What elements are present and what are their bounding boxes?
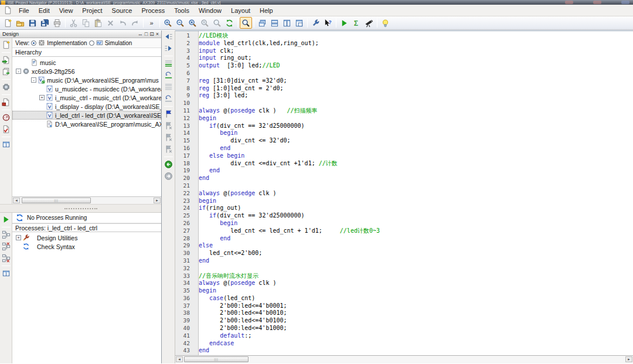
menu-layout[interactable]: Layout — [226, 6, 255, 15]
table-view-button[interactable] — [1, 140, 12, 149]
proc-tree3-button[interactable] — [1, 253, 12, 263]
menu-help[interactable]: Help — [255, 6, 278, 15]
copy-button[interactable] — [80, 17, 92, 29]
new-source-button[interactable] — [1, 40, 12, 50]
undo-button[interactable] — [117, 17, 129, 29]
zoom-out-button[interactable] — [174, 17, 186, 29]
select-tool-button[interactable] — [240, 17, 252, 29]
tree-item[interactable]: Check Syntax — [12, 242, 161, 251]
cut-button[interactable] — [67, 17, 80, 29]
redo-button[interactable] — [129, 17, 141, 29]
undo-lines-gray-button[interactable] — [163, 94, 174, 104]
maximize-panel-button[interactable]: □ — [145, 32, 148, 37]
telescope-button[interactable] — [363, 17, 375, 29]
run-process-button[interactable] — [1, 215, 12, 224]
scroll-left-arrow[interactable]: ◄ — [13, 198, 20, 203]
implementation-radio[interactable] — [31, 40, 36, 46]
print-button[interactable] — [51, 17, 63, 29]
zoom-full-button[interactable] — [186, 17, 199, 29]
editor-scrollbar[interactable]: ◄ ||| ► — [175, 355, 633, 363]
float-panel-button[interactable]: ↔ — [138, 32, 143, 37]
close-button[interactable] — [621, 1, 629, 4]
scroll-thumb[interactable]: ||| — [22, 198, 91, 203]
save-button[interactable] — [26, 17, 39, 29]
open-folder-button[interactable] — [14, 17, 26, 29]
flag-blue-button[interactable] — [163, 109, 174, 119]
scroll-right-arrow[interactable]: ► — [154, 198, 161, 203]
win-tile-v-button[interactable] — [281, 17, 293, 29]
proc-tree2-button[interactable] — [1, 241, 12, 251]
refresh-doc-button[interactable] — [223, 17, 236, 29]
tree-item[interactable]: D:\A_workarea\ISE_program\music_AX3 — [12, 120, 161, 128]
menu-edit[interactable]: Edit — [34, 6, 55, 15]
goto-next-button[interactable] — [163, 43, 174, 53]
design-panel-titlebar: Design ↔□⊡× — [0, 30, 161, 38]
help-pointer-button[interactable]: ? — [322, 17, 334, 29]
tree-expander[interactable]: - — [16, 69, 21, 74]
zoom-off-button[interactable] — [199, 17, 211, 29]
tree-item[interactable]: Vu_musicdec - musicdec (D:\A_workarea\ — [12, 84, 161, 93]
scroll-right-arrow[interactable]: ► — [625, 356, 632, 362]
tree-expander[interactable]: + — [39, 95, 45, 100]
menu-source[interactable]: Source — [107, 6, 137, 15]
close-panel-button[interactable]: × — [156, 32, 159, 37]
win-restore-button[interactable] — [293, 17, 305, 29]
menu-window[interactable]: Window — [194, 6, 226, 15]
scroll-thumb[interactable]: ||| — [184, 356, 249, 362]
tree-expander[interactable]: - — [31, 77, 36, 83]
hierarchy-scrollbar[interactable]: ◄ ||| ► — [12, 196, 161, 204]
run-play-button[interactable] — [338, 17, 350, 29]
goto-prev-button[interactable] — [163, 32, 174, 42]
zoom-in-button[interactable] — [162, 17, 174, 29]
menu-process[interactable]: Process — [137, 6, 169, 15]
simulation-radio[interactable] — [89, 40, 94, 46]
undo-lines-green-button[interactable] — [163, 70, 174, 80]
gauge-button[interactable] — [1, 113, 12, 123]
menu-project[interactable]: Project — [77, 6, 107, 15]
tree-item[interactable]: -Vmusic (D:\A_workarea\ISE_program\mus — [12, 76, 161, 84]
proc-tree1-button[interactable] — [1, 230, 12, 240]
table-view-blue-button[interactable] — [1, 268, 12, 278]
menu-tools[interactable]: Tools — [169, 6, 194, 15]
tree-item[interactable]: -xc6slx9-2ftg256 — [12, 67, 161, 76]
lightbulb-button[interactable] — [379, 17, 392, 29]
nav-forward-button[interactable] — [163, 171, 174, 181]
lines-green-button[interactable] — [163, 59, 174, 69]
win-tile-h-button[interactable] — [268, 17, 281, 29]
nav-back-button[interactable] — [163, 159, 174, 169]
code-line: 40 2'b00:led<=4'b1000; — [175, 325, 633, 332]
panel-splitter[interactable] — [0, 204, 161, 213]
code-text: begin — [194, 287, 216, 295]
flag-x1-button[interactable] — [163, 121, 174, 131]
flag-x3-button[interactable] — [163, 144, 174, 154]
win-cascade-button[interactable] — [256, 17, 268, 29]
menu-file[interactable]: File — [14, 6, 34, 15]
zoom-tool-button[interactable] — [211, 17, 223, 29]
maximize-button[interactable] — [593, 1, 601, 4]
paste-button[interactable] — [92, 17, 104, 29]
menu-view[interactable]: View — [55, 6, 78, 15]
sigma-button[interactable]: Σ — [350, 17, 363, 29]
add-copy-source-button[interactable] — [1, 67, 12, 77]
minimize-button[interactable] — [565, 1, 573, 4]
delete-button[interactable] — [104, 17, 117, 29]
wrench-button[interactable] — [309, 17, 322, 29]
tree-expander[interactable]: + — [16, 235, 21, 240]
add-source-button[interactable] — [1, 55, 12, 65]
check-doc-button[interactable] — [1, 124, 12, 134]
lines-gray-button[interactable] — [163, 82, 174, 92]
new-file-button[interactable] — [2, 17, 14, 29]
restore-panel-button[interactable]: ⊡ — [149, 32, 154, 37]
remove-source-button[interactable] — [1, 97, 12, 107]
chip-button[interactable] — [1, 82, 12, 92]
tree-item[interactable]: music — [12, 58, 161, 67]
tree-item[interactable]: Vi_display - display (D:\A_workarea\ISE_… — [12, 102, 161, 111]
overflow-chevron-button[interactable]: » — [145, 17, 158, 29]
code-area[interactable]: 1//LED模块2module led_ctrl(clk,led,ring_ou… — [175, 31, 633, 355]
save-all-button[interactable] — [39, 17, 51, 29]
tree-item[interactable]: Vi_led_ctrl - led_ctrl (D:\A_workarea\IS… — [12, 111, 161, 120]
tree-item[interactable]: +Vi_music_ctrl - music_ctrl (D:\A_workar… — [12, 93, 161, 102]
scroll-left-arrow[interactable]: ◄ — [176, 356, 183, 362]
tree-item[interactable]: +Design Utilities — [12, 233, 161, 242]
flag-x2-button[interactable] — [163, 132, 174, 142]
